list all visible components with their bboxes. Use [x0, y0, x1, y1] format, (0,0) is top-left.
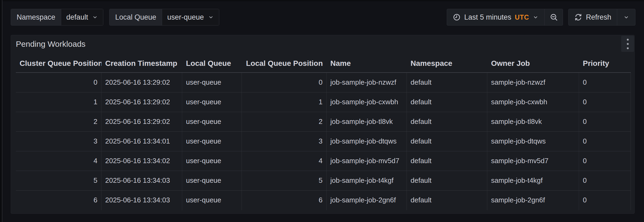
kebab-menu-icon	[627, 43, 629, 45]
cell-namespace: default	[407, 92, 487, 112]
column-header-owner-job[interactable]: Owner Job	[487, 55, 579, 72]
magnifier-minus-icon	[550, 13, 558, 22]
cell-creation-timestamp: 2025-06-16 13:29:02	[101, 92, 182, 112]
cell-name: job-sample-job-dtqws	[327, 132, 407, 151]
column-header-name[interactable]: Name	[327, 55, 407, 72]
cell-priority: 0	[579, 171, 631, 190]
time-range-picker-button[interactable]: Last 5 minutes UTC	[447, 9, 544, 25]
cell-owner-job: sample-job-t4kgf	[487, 171, 579, 190]
cell-local-queue-position: 2	[242, 112, 327, 131]
table-row: 42025-06-16 13:34:02user-queue4job-sampl…	[16, 151, 631, 171]
cell-name: job-sample-job-2gn6f	[327, 191, 407, 210]
cell-priority: 0	[579, 191, 631, 210]
cell-local-queue-position: 5	[242, 171, 327, 190]
cell-local-queue: user-queue	[182, 151, 242, 171]
cell-creation-timestamp: 2025-06-16 13:34:01	[101, 132, 182, 151]
cell-local-queue-position: 4	[242, 151, 327, 171]
refresh-button[interactable]: Refresh	[569, 9, 617, 25]
cell-owner-job: sample-job-dtqws	[487, 132, 579, 151]
refresh-group: Refresh	[568, 9, 635, 26]
cell-creation-timestamp: 2025-06-16 13:34:03	[101, 191, 182, 210]
cell-name: job-sample-job-cxwbh	[327, 92, 407, 112]
cell-creation-timestamp: 2025-06-16 13:29:02	[101, 73, 182, 92]
cell-local-queue: user-queue	[182, 171, 242, 190]
cell-creation-timestamp: 2025-06-16 13:34:03	[101, 171, 182, 190]
cell-local-queue: user-queue	[182, 92, 242, 112]
cell-owner-job: sample-job-tl8vk	[487, 112, 579, 131]
cell-namespace: default	[407, 132, 487, 151]
variable-local-queue-picker[interactable]: user-queue	[162, 9, 219, 25]
chevron-down-icon	[532, 14, 539, 20]
variable-namespace: Namespace default	[11, 9, 103, 26]
dashboard-variables-bar: Namespace default Local Queue user-queue	[11, 9, 219, 26]
pending-workloads-panel: Pending Workloads Cluster Queue Position…	[11, 35, 635, 214]
cell-local-queue: user-queue	[182, 132, 242, 151]
window-left-edge	[0, 0, 2, 222]
cell-local-queue-position: 0	[242, 73, 327, 92]
cell-priority: 0	[579, 151, 631, 171]
cell-priority: 0	[579, 92, 631, 112]
timezone-label: UTC	[515, 13, 529, 21]
column-header-creation-timestamp[interactable]: Creation Timestamp	[101, 55, 182, 72]
variable-namespace-label: Namespace	[11, 9, 61, 25]
column-header-priority[interactable]: Priority	[579, 55, 631, 72]
cell-owner-job: sample-job-2gn6f	[487, 191, 579, 210]
variable-namespace-picker[interactable]: default	[61, 9, 103, 25]
clock-icon	[453, 13, 461, 21]
cell-priority: 0	[579, 73, 631, 92]
table-row: 12025-06-16 13:29:02user-queue1job-sampl…	[16, 92, 631, 112]
cell-cluster-queue-position: 0	[16, 73, 101, 92]
cell-priority: 0	[579, 132, 631, 151]
cell-local-queue-position: 1	[242, 92, 327, 112]
cell-creation-timestamp: 2025-06-16 13:34:02	[101, 151, 182, 171]
column-header-cluster-queue-position[interactable]: Cluster Queue Position	[16, 55, 101, 72]
chevron-down-icon	[92, 14, 98, 20]
cell-cluster-queue-position: 5	[16, 171, 101, 190]
window-top-edge	[2, 0, 644, 1]
cell-local-queue-position: 6	[242, 191, 327, 210]
pending-workloads-table: Cluster Queue PositionCreation Timestamp…	[16, 55, 631, 210]
kebab-menu-icon	[627, 39, 629, 41]
cell-creation-timestamp: 2025-06-16 13:29:02	[101, 112, 182, 131]
panel-title[interactable]: Pending Workloads	[16, 40, 86, 49]
cell-namespace: default	[407, 171, 487, 190]
column-header-local-queue-position[interactable]: Local Queue Position	[242, 55, 327, 72]
variable-namespace-value: default	[66, 13, 88, 22]
kebab-menu-icon	[627, 47, 629, 49]
chevron-down-icon	[208, 14, 214, 20]
cell-namespace: default	[407, 73, 487, 92]
cell-namespace: default	[407, 151, 487, 171]
table-row: 62025-06-16 13:34:03user-queue6job-sampl…	[16, 191, 631, 210]
cell-namespace: default	[407, 112, 487, 131]
table-row: 52025-06-16 13:34:03user-queue5job-sampl…	[16, 171, 631, 191]
table-header-row: Cluster Queue PositionCreation Timestamp…	[16, 55, 631, 73]
cell-local-queue: user-queue	[182, 191, 242, 210]
cell-name: job-sample-job-t4kgf	[327, 171, 407, 190]
variable-local-queue-value: user-queue	[167, 13, 204, 22]
chevron-down-icon	[623, 14, 630, 20]
cell-cluster-queue-position: 2	[16, 112, 101, 131]
cell-namespace: default	[407, 191, 487, 210]
table-row: 32025-06-16 13:34:01user-queue3job-sampl…	[16, 132, 631, 151]
cell-cluster-queue-position: 4	[16, 151, 101, 171]
cell-priority: 0	[579, 112, 631, 131]
cell-local-queue-position: 3	[242, 132, 327, 151]
cell-cluster-queue-position: 3	[16, 132, 101, 151]
time-range-label: Last 5 minutes	[464, 13, 511, 22]
time-controls: Last 5 minutes UTC Refresh	[447, 9, 635, 26]
panel-header: Pending Workloads	[11, 35, 634, 53]
cell-local-queue: user-queue	[182, 73, 242, 92]
cell-cluster-queue-position: 1	[16, 92, 101, 112]
column-header-namespace[interactable]: Namespace	[407, 55, 487, 72]
cell-owner-job: sample-job-mv5d7	[487, 151, 579, 171]
table-row: 02025-06-16 13:29:02user-queue0job-sampl…	[16, 73, 631, 92]
refresh-interval-dropdown[interactable]	[617, 9, 635, 25]
column-header-local-queue[interactable]: Local Queue	[182, 55, 242, 72]
time-zoom-out-button[interactable]	[544, 9, 563, 25]
cell-name: job-sample-job-mv5d7	[327, 151, 407, 171]
table-body: 02025-06-16 13:29:02user-queue0job-sampl…	[16, 73, 631, 210]
panel-menu-button[interactable]	[621, 36, 634, 52]
refresh-icon	[574, 13, 582, 21]
cell-owner-job: sample-job-cxwbh	[487, 92, 579, 112]
time-picker-group: Last 5 minutes UTC	[447, 9, 563, 26]
